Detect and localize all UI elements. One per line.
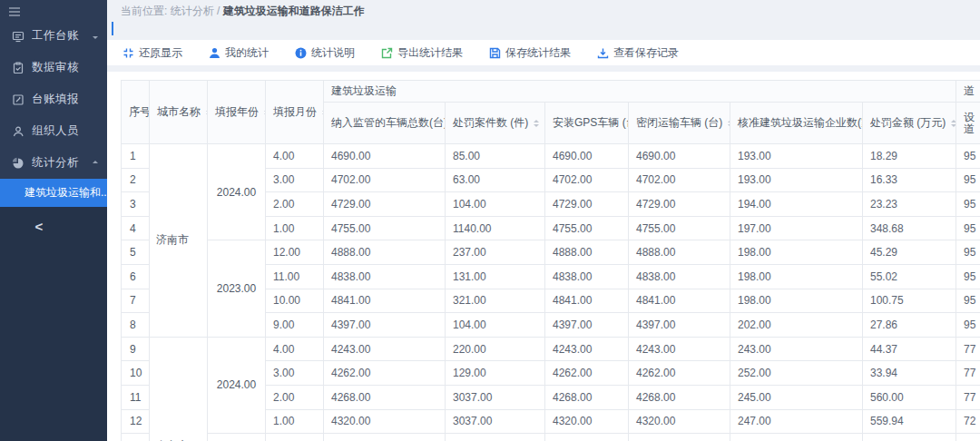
- col-header-year[interactable]: 填报年份: [208, 81, 266, 144]
- table-cell: 4755.00: [324, 216, 446, 240]
- table-cell: 4268.00: [545, 385, 629, 409]
- row-index-cell: 6: [122, 264, 150, 289]
- audit-icon: [12, 62, 24, 74]
- row-index-cell: 10: [122, 361, 150, 386]
- col-header-month[interactable]: 填报月份: [266, 81, 324, 144]
- toolbar-button-label: 统计说明: [311, 45, 355, 61]
- sidebar-collapse-icon[interactable]: <: [30, 218, 48, 236]
- table-row: 5 2023.00 12.00 4888.00 237.00 4888.00 4…: [122, 240, 980, 265]
- sort-icon[interactable]: [534, 120, 539, 127]
- table-cell: 1140.00: [446, 216, 545, 240]
- stats-table-container: 序号 城市名称 填报年份 填报月份 建筑垃圾运输 道 纳入监管的车辆总数(台) …: [121, 80, 980, 441]
- table-cell: 95: [956, 192, 980, 217]
- table-cell: 4320.00: [324, 409, 446, 434]
- row-index-cell: 1: [122, 144, 150, 169]
- col-header-approved-enterprises[interactable]: 核准建筑垃圾运输企业数(家): [730, 103, 863, 144]
- table-cell: 4243.00: [629, 337, 730, 361]
- view-saved-records-button[interactable]: 查看保存记录: [597, 45, 679, 61]
- sidebar-item-label: 台账填报: [32, 92, 98, 107]
- table-cell: 4729.00: [629, 192, 730, 217]
- table-cell: 4262.00: [629, 361, 730, 386]
- breadcrumb-section[interactable]: 统计分析: [171, 5, 214, 17]
- table-cell: 4397.00: [324, 313, 446, 338]
- sidebar-item-work-ledger[interactable]: 工作台账: [0, 20, 107, 52]
- col-header-sealed-vehicles[interactable]: 密闭运输车辆 (台): [629, 103, 730, 144]
- table-cell: 55.02: [863, 264, 956, 289]
- form-icon: [12, 93, 24, 106]
- restore-icon: [122, 47, 134, 59]
- table-cell: [324, 434, 446, 441]
- toolbar-button-label: 导出统计结果: [397, 45, 463, 61]
- table-cell: 4841.00: [324, 289, 446, 313]
- col-header-penalty-cases[interactable]: 处罚案件数 (件): [446, 103, 545, 144]
- table-cell: 3037.00: [446, 385, 545, 409]
- export-results-button[interactable]: 导出统计结果: [381, 45, 463, 61]
- table-cell: 4702.00: [629, 168, 730, 192]
- sidebar-item-data-audit[interactable]: 数据审核: [0, 52, 107, 83]
- table-cell: [863, 434, 956, 441]
- year-cell: 2023.00: [208, 240, 266, 337]
- toolbar-button-label: 还原显示: [139, 45, 182, 61]
- breadcrumb-current: 建筑垃圾运输和道路保洁工作: [223, 5, 365, 17]
- table-cell: 95: [956, 264, 980, 289]
- table-cell: 95: [956, 216, 980, 240]
- sidebar-item-stats-analysis[interactable]: 统计分析: [0, 147, 107, 179]
- col-header-cut-top: 道: [956, 81, 980, 103]
- col-header-supervised-vehicles[interactable]: 纳入监管的车辆总数(台): [324, 103, 446, 144]
- month-cell: 3.00: [266, 168, 324, 192]
- col-header-gps-vehicles[interactable]: 安装GPS车辆 (台): [545, 103, 629, 144]
- col-header-city[interactable]: 城市名称: [150, 81, 208, 144]
- table-cell: 4320.00: [545, 409, 629, 434]
- menu-toggle-icon[interactable]: [7, 5, 24, 19]
- table-cell: 4690.00: [629, 144, 730, 169]
- table-cell: 85.00: [446, 144, 545, 169]
- table-cell: 44.37: [863, 337, 956, 361]
- col-header-penalty-amount[interactable]: 处罚金额 (万元): [863, 103, 956, 144]
- table-cell: 77: [956, 361, 980, 386]
- table-row-partial: [122, 434, 980, 441]
- row-index-cell: 12: [122, 409, 150, 434]
- people-icon: [12, 125, 24, 138]
- save-icon: [489, 47, 501, 59]
- stats-table: 序号 城市名称 填报年份 填报月份 建筑垃圾运输 道 纳入监管的车辆总数(台) …: [121, 80, 980, 441]
- table-cell: 4838.00: [629, 264, 730, 289]
- table-cell: 4397.00: [629, 313, 730, 338]
- table-cell: [545, 434, 629, 441]
- table-cell: 95: [956, 240, 980, 265]
- my-stats-button[interactable]: 我的统计: [209, 45, 269, 61]
- table-cell: 198.00: [730, 240, 863, 265]
- sidebar-subitem-construction-waste[interactable]: 建筑垃圾运输和...: [0, 179, 107, 207]
- table-cell: 243.00: [730, 337, 863, 361]
- table-cell: 104.00: [446, 192, 545, 217]
- table-cell: 560.00: [863, 385, 956, 409]
- save-results-button[interactable]: 保存统计结果: [489, 45, 571, 61]
- table-cell: 194.00: [730, 192, 863, 217]
- stats-toolbar: 还原显示 我的统计 统计说明 导出统计结果 保存统计结果 查看保存记录: [107, 40, 980, 65]
- table-cell: 18.29: [863, 144, 956, 169]
- table-cell: [446, 434, 545, 441]
- table-cell: 4888.00: [324, 240, 446, 265]
- table-cell: 4841.00: [629, 289, 730, 313]
- breadcrumb-separator: /: [217, 5, 220, 17]
- table-cell: 4729.00: [545, 192, 629, 217]
- info-icon: [295, 47, 307, 59]
- sidebar-item-ledger-fill[interactable]: 台账填报: [0, 83, 107, 115]
- stats-help-button[interactable]: 统计说明: [295, 45, 355, 61]
- row-index-cell: 9: [122, 337, 150, 361]
- month-cell: 1.00: [266, 409, 324, 434]
- table-cell: 245.00: [730, 385, 863, 409]
- sort-icon[interactable]: [951, 120, 956, 127]
- month-cell: 4.00: [266, 337, 324, 361]
- table-cell: 4729.00: [324, 192, 446, 217]
- table-cell: 3037.00: [446, 409, 545, 434]
- download-icon: [597, 47, 609, 59]
- table-cell: 4320.00: [629, 409, 730, 434]
- table-cell: 4702.00: [324, 168, 446, 192]
- row-index-cell: [122, 434, 150, 441]
- table-cell: 95: [956, 168, 980, 192]
- restore-display-button[interactable]: 还原显示: [122, 45, 182, 61]
- row-index-cell: 8: [122, 313, 150, 338]
- sidebar-item-label: 工作台账: [32, 28, 91, 44]
- month-cell: 2.00: [266, 385, 324, 409]
- sidebar-item-org-people[interactable]: 组织人员: [0, 115, 107, 147]
